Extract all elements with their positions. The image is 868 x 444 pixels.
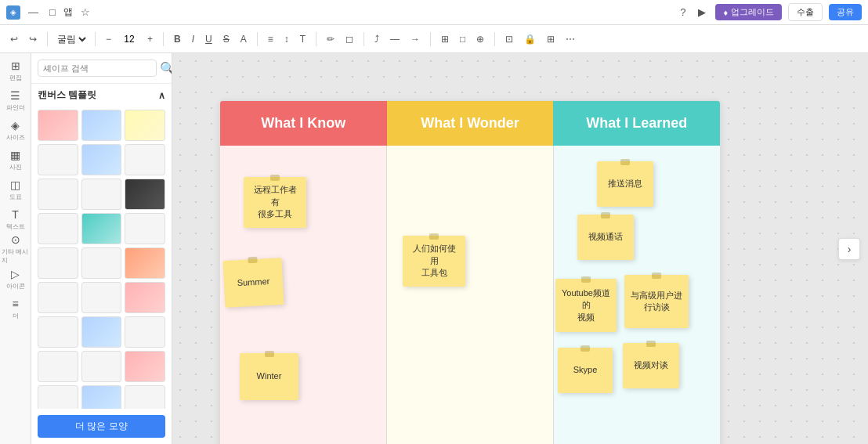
template-thumb-5[interactable]: [81, 144, 122, 175]
strikethrough-btn[interactable]: S: [219, 32, 233, 46]
template-thumb-21[interactable]: [125, 316, 165, 348]
template-thumb-20[interactable]: [81, 316, 122, 348]
table-btn[interactable]: ⊞: [437, 32, 453, 46]
color-btn[interactable]: A: [237, 32, 251, 46]
crop-btn[interactable]: ⊡: [501, 32, 517, 46]
template-thumb-24[interactable]: [125, 351, 165, 382]
app-icon: ◈: [6, 5, 20, 20]
canvas-area[interactable]: What I Know What I Wonder What I Learned…: [172, 53, 868, 444]
template-thumb-13[interactable]: [38, 247, 78, 279]
sticky-note-10[interactable]: 视频对谈: [623, 343, 679, 388]
font-size-increase-btn[interactable]: +: [143, 32, 157, 46]
lock-btn[interactable]: 🔒: [520, 32, 540, 46]
more-icon: ≡: [12, 298, 18, 310]
template-thumb-10[interactable]: [38, 213, 78, 244]
window-btn[interactable]: □: [46, 5, 59, 20]
template-thumb-19[interactable]: [38, 316, 78, 348]
nav-edit[interactable]: ⊞ 편집: [2, 56, 30, 85]
shape-btn[interactable]: □: [456, 32, 469, 46]
template-thumb-11[interactable]: [81, 213, 122, 244]
template-thumb-7[interactable]: [38, 179, 78, 210]
line-btn[interactable]: —: [386, 32, 403, 46]
main-content: ⊞ 편집 ☰ 파인더 ◈ 사이즈 ▦ 사진 ◫ 도표 T 텍스트 ⊙ 기타 메시…: [0, 53, 868, 444]
upgrade-label: 업그레이드: [731, 6, 774, 18]
sticky-note-2[interactable]: Summer: [222, 258, 284, 308]
nav-photo[interactable]: ▦ 사진: [2, 146, 30, 174]
sticky-note-8[interactable]: 与高级用户进行访谈: [624, 275, 689, 328]
sticky-note-6[interactable]: 视频通话: [577, 215, 634, 260]
more-shapes-button[interactable]: 더 많은 모양: [38, 415, 165, 438]
group-btn[interactable]: ⊞: [543, 32, 559, 46]
template-thumb-6[interactable]: [125, 144, 165, 175]
template-thumb-16[interactable]: [38, 282, 78, 313]
sticky-note-1[interactable]: 远程工作者有很多工具: [244, 177, 306, 228]
size-icon: ◈: [11, 119, 20, 132]
nav-message[interactable]: ⊙ 기타 메시지: [2, 235, 30, 263]
template-thumb-22[interactable]: [38, 351, 78, 382]
eraser-btn[interactable]: ◻: [342, 32, 357, 46]
template-thumb-2[interactable]: [81, 110, 122, 141]
right-panel-toggle[interactable]: ›: [838, 238, 860, 260]
template-thumb-1[interactable]: [38, 110, 78, 141]
toolbar-sep-4: [257, 32, 258, 46]
search-icon: 🔍: [160, 61, 172, 76]
kwl-col-know: 远程工作者有很多工具 Summer Winter: [220, 146, 386, 444]
arrow-btn[interactable]: →: [407, 32, 424, 46]
template-thumb-15[interactable]: [125, 247, 165, 279]
sticky-note-4[interactable]: 人们如何使用工具包: [403, 236, 465, 287]
kwl-headers: What I Know What I Wonder What I Learned: [220, 101, 720, 146]
font-family-select[interactable]: 굴림: [54, 33, 89, 45]
template-thumb-8[interactable]: [81, 179, 122, 210]
star-btn[interactable]: ☆: [78, 5, 93, 20]
template-thumb-23[interactable]: [81, 351, 122, 382]
font-size-input[interactable]: [118, 34, 140, 45]
minimize-btn[interactable]: —: [25, 5, 42, 20]
text-style-btn[interactable]: T: [296, 32, 309, 46]
bold-btn[interactable]: B: [170, 32, 185, 46]
sticky-note-3[interactable]: Winter: [240, 353, 298, 400]
insert-btn[interactable]: ⊕: [472, 32, 488, 46]
draw-btn[interactable]: ✏: [323, 32, 338, 46]
nav-size[interactable]: ◈ 사이즈: [2, 116, 30, 144]
panel-toggle-icon: ›: [848, 243, 852, 255]
undo-btn[interactable]: ↩: [6, 32, 22, 46]
nav-chart[interactable]: ◫ 도표: [2, 175, 30, 204]
share-button[interactable]: 수출: [788, 3, 823, 21]
line-spacing-btn[interactable]: ↕: [280, 32, 293, 46]
nav-finder[interactable]: ☰ 파인더: [2, 86, 30, 114]
template-thumb-17[interactable]: [81, 282, 122, 313]
template-thumb-4[interactable]: [38, 144, 78, 175]
sticky-note-5[interactable]: 推送消息: [597, 161, 653, 207]
template-thumb-3[interactable]: [125, 110, 165, 141]
search-input[interactable]: [38, 60, 157, 77]
nav-more[interactable]: ≡ 더: [2, 294, 30, 323]
template-thumb-14[interactable]: [81, 247, 122, 279]
template-thumb-25[interactable]: [38, 385, 78, 409]
more-options-btn[interactable]: ⋯: [562, 32, 579, 46]
redo-btn[interactable]: ↪: [25, 32, 41, 46]
nav-text[interactable]: T 텍스트: [2, 205, 30, 233]
align-btn[interactable]: ≡: [264, 32, 277, 46]
toolbar-sep-7: [430, 32, 431, 46]
nav-icons-item[interactable]: ▷ 아이콘: [2, 265, 30, 293]
sidebar-search-area: 🔍: [31, 53, 172, 84]
italic-btn[interactable]: I: [188, 32, 198, 46]
underline-btn[interactable]: U: [201, 32, 216, 46]
collapse-icon[interactable]: ∧: [158, 90, 165, 101]
chart-label: 도표: [9, 193, 22, 201]
template-thumb-9[interactable]: [125, 179, 165, 210]
toolbar: ↩ ↪ 굴림 − + B I U S A ≡ ↕ T ✏ ◻ ⤴ — → ⊞ □…: [0, 25, 868, 53]
play-btn[interactable]: ▶: [695, 5, 709, 20]
upgrade-button[interactable]: ♦ 업그레이드: [715, 4, 782, 20]
connect-btn[interactable]: ⤴: [371, 32, 383, 46]
title-bar-right: ? ▶ ♦ 업그레이드 수출 공유: [677, 3, 862, 21]
publish-button[interactable]: 공유: [829, 4, 862, 20]
sticky-note-7[interactable]: Youtube频道的视频: [555, 279, 617, 332]
sticky-note-9[interactable]: Skype: [558, 348, 613, 393]
template-thumb-18[interactable]: [125, 282, 165, 313]
template-thumb-27[interactable]: [125, 385, 165, 409]
template-thumb-26[interactable]: [81, 385, 122, 409]
font-size-decrease-btn[interactable]: −: [102, 32, 115, 46]
template-thumb-12[interactable]: [125, 213, 165, 244]
help-btn[interactable]: ?: [677, 5, 689, 20]
